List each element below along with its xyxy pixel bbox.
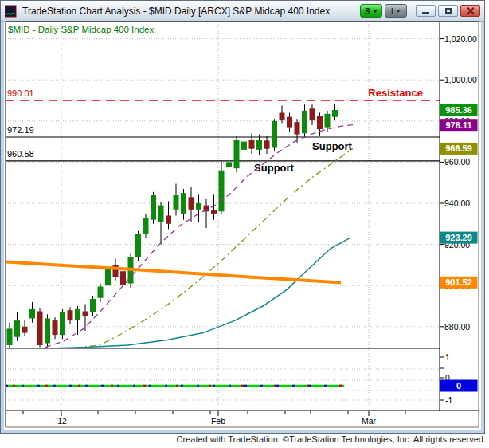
- close-button[interactable]: [460, 5, 480, 17]
- chart-area[interactable]: [3, 21, 480, 429]
- minimize-icon: [422, 12, 429, 14]
- minimize-button[interactable]: [416, 5, 436, 17]
- chevron-down-icon: [373, 10, 378, 13]
- copyright-text: Created with TradeStation. ©TradeStation…: [0, 434, 486, 444]
- style-dropdown-button[interactable]: S: [360, 4, 382, 18]
- window-title: TradeStation Chart Analysis - $MID Daily…: [22, 6, 358, 17]
- restore-icon: [445, 8, 452, 14]
- chevron-down-icon: [396, 10, 401, 13]
- interval-dropdown-button[interactable]: I: [385, 4, 407, 18]
- restore-button[interactable]: [438, 5, 458, 17]
- window-titlebar[interactable]: TradeStation Chart Analysis - $MID Daily…: [1, 1, 484, 22]
- app-icon: [5, 5, 18, 18]
- style-button-label: S: [365, 6, 370, 16]
- close-icon: [466, 7, 475, 14]
- interval-button-label: I: [391, 6, 393, 16]
